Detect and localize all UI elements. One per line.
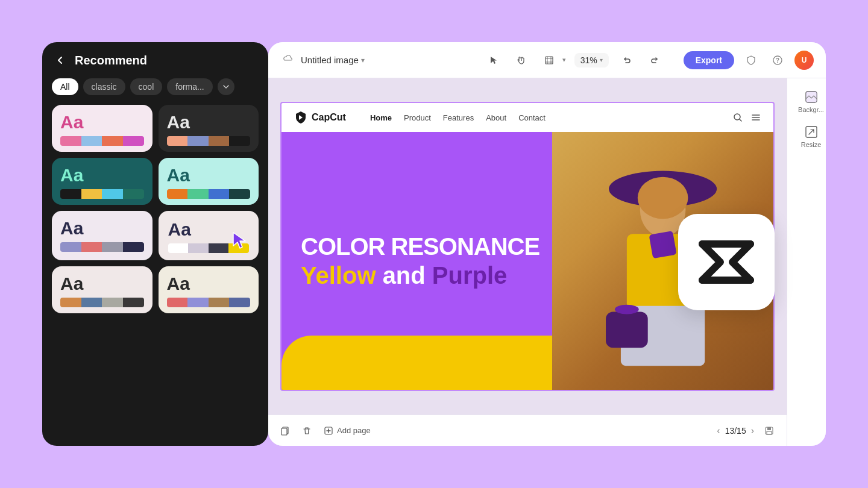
- style-card-3-swatches: [60, 189, 144, 199]
- style-card-5-aa: Aa: [60, 219, 144, 237]
- filter-tag-cool[interactable]: cool: [130, 78, 163, 95]
- style-card-7-aa: Aa: [60, 275, 144, 293]
- export-button[interactable]: Export: [684, 51, 734, 69]
- nav-link-home[interactable]: Home: [370, 113, 392, 122]
- style-grid: Aa Aa: [52, 105, 259, 313]
- style-card-1[interactable]: Aa: [52, 105, 153, 152]
- undo-button[interactable]: [617, 51, 637, 70]
- frame-tool[interactable]: [539, 51, 559, 70]
- editor-main: CapCut Home Product Features About Conta…: [268, 78, 826, 446]
- zoom-control[interactable]: 31% ▾: [574, 53, 609, 67]
- canvas-and-text: and: [383, 262, 432, 289]
- nav-link-product[interactable]: Product: [404, 113, 431, 122]
- copy-page-button[interactable]: [280, 426, 290, 436]
- style-card-6[interactable]: Aa: [159, 211, 259, 260]
- toolbar-right: Export ? U: [684, 51, 814, 70]
- nav-link-about[interactable]: About: [486, 113, 506, 122]
- style-card-6-aa: Aa: [168, 221, 250, 239]
- capcut-nav: CapCut Home Product Features About Conta…: [281, 103, 773, 132]
- background-icon: [805, 90, 818, 104]
- svg-rect-18: [767, 431, 772, 434]
- capcut-nav-links: Home Product Features About Contact: [370, 113, 546, 122]
- user-avatar[interactable]: U: [794, 51, 814, 70]
- filter-tag-all[interactable]: All: [52, 78, 78, 95]
- capcut-nav-right: [732, 112, 761, 123]
- svg-point-7: [638, 177, 688, 219]
- resize-label: Resize: [801, 141, 822, 148]
- capcut-float-card: [678, 214, 775, 310]
- style-card-1-aa: Aa: [60, 113, 144, 131]
- style-card-4-aa: Aa: [167, 166, 251, 184]
- nav-link-features[interactable]: Features: [443, 113, 474, 122]
- style-card-2-aa: Aa: [167, 113, 251, 131]
- shield-icon[interactable]: [741, 51, 761, 70]
- canvas-bottom-bar: Add page ‹ 13/15 ›: [268, 414, 787, 446]
- frame-chevron[interactable]: ▾: [562, 56, 566, 64]
- panel-header: Recommend: [52, 52, 259, 69]
- filter-tag-classic[interactable]: classic: [83, 78, 125, 95]
- style-card-5-swatches: [60, 242, 144, 252]
- menu-icon[interactable]: [750, 112, 761, 123]
- pointer-tool[interactable]: [484, 51, 503, 70]
- help-icon[interactable]: ?: [768, 51, 787, 70]
- back-button[interactable]: [52, 52, 69, 69]
- delete-page-button[interactable]: [302, 426, 312, 436]
- svg-rect-14: [281, 428, 287, 435]
- hand-tool[interactable]: [512, 51, 531, 70]
- nav-link-contact[interactable]: Contact: [518, 113, 546, 122]
- capcut-logo: CapCut: [294, 110, 346, 125]
- background-tool[interactable]: Backgr...: [792, 86, 826, 118]
- search-icon[interactable]: [732, 112, 743, 123]
- add-page-label: Add page: [337, 426, 371, 435]
- filter-more-button[interactable]: [218, 78, 234, 95]
- svg-rect-11: [606, 312, 648, 348]
- main-container: Recommend All classic cool forma... Aa: [42, 42, 826, 446]
- canvas-content: CapCut Home Product Features About Conta…: [268, 78, 787, 414]
- svg-text:?: ?: [776, 57, 779, 64]
- style-card-8-aa: Aa: [167, 275, 251, 293]
- next-page-button[interactable]: ›: [751, 425, 754, 436]
- canvas-area: CapCut Home Product Features About Conta…: [268, 78, 787, 446]
- svg-rect-17: [767, 427, 771, 430]
- style-card-8-swatches: [167, 298, 251, 307]
- page-info: 13/15: [725, 426, 746, 436]
- canvas-yellow-text: Yellow: [301, 262, 376, 289]
- style-card-4[interactable]: Aa: [159, 158, 259, 205]
- resize-icon: [805, 125, 818, 139]
- toolbar-left: Untitled image ▾: [280, 53, 365, 67]
- save-icon[interactable]: [764, 425, 775, 436]
- style-card-7-swatches: [60, 298, 144, 307]
- resize-tool[interactable]: Resize: [792, 120, 826, 153]
- prev-page-button[interactable]: ‹: [717, 425, 720, 436]
- right-sidebar: Backgr... Resize: [787, 78, 826, 446]
- panel-title: Recommend: [75, 54, 147, 67]
- style-card-3[interactable]: Aa: [52, 158, 153, 205]
- filter-tag-formal[interactable]: forma...: [167, 78, 212, 95]
- editor-area: Untitled image ▾: [268, 42, 826, 446]
- style-card-1-swatches: [60, 136, 144, 146]
- style-card-2-swatches: [167, 136, 251, 146]
- toolbar-center: ▾ 31% ▾: [484, 51, 664, 70]
- style-card-4-swatches: [167, 189, 251, 199]
- pagination: ‹ 13/15 ›: [717, 425, 775, 436]
- style-card-8[interactable]: Aa: [159, 266, 259, 313]
- left-panel: Recommend All classic cool forma... Aa: [42, 42, 268, 446]
- style-card-5[interactable]: Aa: [52, 211, 153, 260]
- svg-point-12: [615, 305, 639, 314]
- editor-toolbar: Untitled image ▾: [268, 42, 826, 78]
- doc-title[interactable]: Untitled image ▾: [301, 55, 365, 65]
- style-card-2[interactable]: Aa: [159, 105, 259, 152]
- cloud-icon: [280, 53, 294, 67]
- add-page-button[interactable]: Add page: [324, 426, 371, 436]
- svg-rect-0: [546, 57, 553, 64]
- background-label: Backgr...: [798, 106, 824, 113]
- canvas-purple-text: Purple: [432, 262, 507, 289]
- style-card-6-swatches: [168, 243, 250, 253]
- capcut-big-logo-icon: [696, 238, 756, 286]
- filter-row: All classic cool forma...: [52, 78, 259, 95]
- redo-button[interactable]: [645, 51, 664, 70]
- style-card-7[interactable]: Aa: [52, 266, 153, 313]
- style-card-3-aa: Aa: [60, 166, 144, 184]
